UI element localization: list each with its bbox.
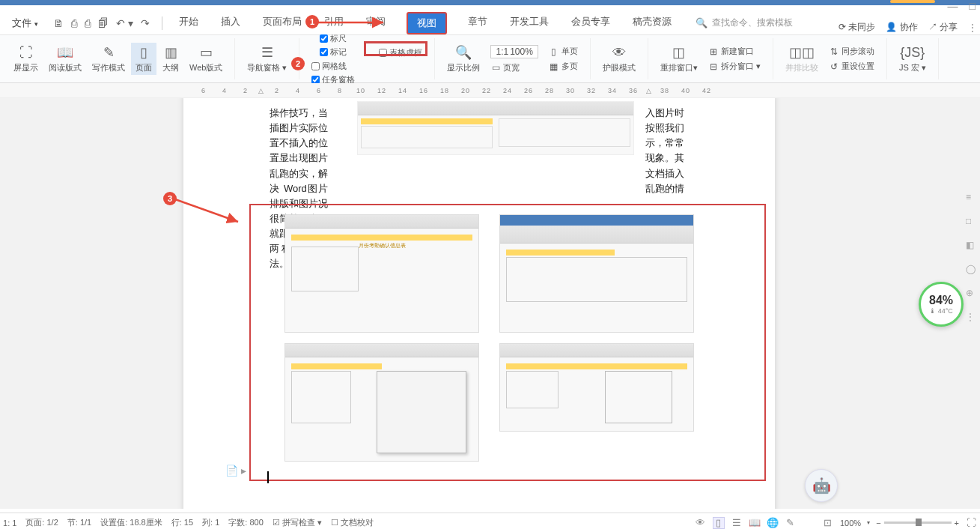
- status-section: 节: 1/1: [67, 517, 91, 528]
- undo-icon[interactable]: ↶ ▾: [116, 17, 133, 29]
- divider: [162, 16, 162, 30]
- zoom-group: 🔍显示比例 1:1 100% ▭页宽 ▯单页 ▦多页: [435, 38, 590, 79]
- mark-checkbox[interactable]: 标记: [320, 46, 347, 58]
- new-window-btn[interactable]: ⊞新建窗口: [708, 45, 761, 58]
- status-col: 列: 1: [202, 517, 219, 528]
- fullscreen-btn[interactable]: ⛶屏显示: [9, 43, 43, 75]
- file-menu[interactable]: 文件 ▾: [4, 13, 46, 33]
- callout-2: 2: [291, 57, 305, 70]
- edit-icon[interactable]: ✎: [785, 517, 797, 529]
- embedded-image-3[interactable]: [284, 343, 479, 462]
- tab-layout[interactable]: 页面布局: [261, 12, 303, 34]
- save-as-icon[interactable]: ⎙: [71, 17, 77, 29]
- tab-start[interactable]: 开始: [177, 12, 200, 34]
- text-cursor: [267, 471, 269, 483]
- arrange-window-btn[interactable]: ◫重排窗口▾: [656, 43, 702, 75]
- macro-group: {JS}JS 宏 ▾: [887, 38, 939, 79]
- embedded-image-1[interactable]: 月份考勤确认信息表: [284, 214, 479, 333]
- document-page[interactable]: 操作技巧，当插图片实际位置不插入的位置显出现图片乱跑的实，解决 Word图片排版…: [183, 98, 775, 509]
- split-window-btn[interactable]: ⊟拆分窗口▾: [708, 60, 761, 73]
- window-group: ◫重排窗口▾ ⊞新建窗口 ⊟拆分窗口▾: [648, 38, 773, 79]
- more-icon[interactable]: ⋮: [968, 22, 977, 33]
- window-controls: — □: [948, 0, 980, 12]
- status-row: 行: 15: [171, 517, 193, 528]
- view-modes-group: ⛶屏显示 📖阅读版式 ✎写作模式 ▯页面 ▥大纲 ▭Web版式: [1, 38, 235, 79]
- table-border-group: 表格虚框: [367, 38, 435, 79]
- performance-gauge[interactable]: 84% 🌡 44°C: [919, 282, 964, 327]
- multi-page-btn[interactable]: ▦多页: [549, 60, 578, 73]
- document-area: 操作技巧，当插图片实际位置不插入的位置显出现图片乱跑的实，解决 Word图片排版…: [0, 98, 980, 509]
- arrow-3: [174, 196, 245, 226]
- ruler-checkbox[interactable]: 标尺: [320, 33, 347, 44]
- outline-btn[interactable]: ▥大纲: [158, 43, 183, 75]
- read-view-icon[interactable]: 📖: [749, 517, 761, 529]
- nav-pane-btn[interactable]: ☰导航窗格 ▾: [243, 43, 291, 75]
- zoom-100-btn[interactable]: 1:1 100%: [490, 44, 538, 59]
- js-macro-btn[interactable]: {JS}JS 宏 ▾: [895, 43, 931, 75]
- search-area[interactable]: 🔍 查找命令、搜索模板: [696, 16, 793, 29]
- side-icon-1[interactable]: ≡: [966, 192, 976, 202]
- minimize-icon[interactable]: —: [948, 0, 958, 12]
- compare-btn: ◫◫并排比较: [781, 43, 823, 75]
- maximize-icon[interactable]: □: [970, 0, 976, 12]
- side-icon-3[interactable]: ◧: [966, 240, 976, 250]
- side-icon-2[interactable]: □: [966, 216, 976, 226]
- collab-btn[interactable]: 👤 协作: [886, 21, 917, 34]
- status-page[interactable]: 页面: 1/2: [25, 517, 58, 528]
- sync-scroll-btn: ⇅同步滚动: [829, 45, 874, 58]
- share-btn[interactable]: ↗ 分享: [928, 21, 958, 34]
- page-layout-icon[interactable]: ▯: [713, 517, 725, 529]
- spell-check-btn[interactable]: ☑ 拼写检查 ▾: [273, 517, 322, 528]
- outline-view-icon[interactable]: ☰: [731, 517, 743, 529]
- status-bar: 1: 1 页面: 1/2 节: 1/1 设置值: 18.8厘米 行: 15 列:…: [0, 513, 980, 532]
- nav-pane-group: ☰导航窗格 ▾: [235, 38, 299, 79]
- zoom-in-icon[interactable]: +: [955, 519, 959, 528]
- side-icon-6[interactable]: ⋮: [966, 312, 976, 322]
- page-width-btn[interactable]: ▭页宽: [490, 61, 538, 74]
- zoom-percent[interactable]: 100%: [840, 519, 861, 528]
- save-icon[interactable]: 🗎: [53, 17, 64, 29]
- page-mode-btn[interactable]: ▯页面: [131, 43, 156, 75]
- eye-protect-btn[interactable]: 👁护眼模式: [598, 43, 640, 75]
- side-icon-4[interactable]: ◯: [966, 264, 976, 274]
- redo-icon[interactable]: ↷: [141, 17, 150, 29]
- tab-resource[interactable]: 稿壳资源: [631, 12, 673, 34]
- preview-icon[interactable]: 🗐: [98, 17, 109, 29]
- tab-insert[interactable]: 插入: [219, 12, 242, 34]
- gridlines-checkbox[interactable]: 网格线: [311, 61, 355, 72]
- horizontal-ruler: 642△24681012141618202224262830323436△384…: [0, 83, 980, 98]
- tab-member[interactable]: 会员专享: [570, 12, 612, 34]
- reset-pos-btn: ↺重设位置: [829, 60, 874, 73]
- tab-section[interactable]: 章节: [466, 12, 489, 34]
- fit-icon[interactable]: ⊡: [822, 517, 834, 529]
- menu-bar: 文件 ▾ 🗎 ⎙ ⎙ 🗐 ↶ ▾ ↷ 开始 插入 页面布局 引用 审阅 视图 章…: [0, 11, 980, 35]
- ribbon: ⛶屏显示 📖阅读版式 ✎写作模式 ▯页面 ▥大纲 ▭Web版式 ☰导航窗格 ▾ …: [0, 35, 980, 83]
- assistant-robot-icon[interactable]: 🤖: [805, 469, 838, 502]
- zoom-out-icon[interactable]: −: [876, 519, 880, 528]
- write-mode-btn[interactable]: ✎写作模式: [88, 43, 130, 75]
- embedded-image-2[interactable]: [499, 214, 694, 333]
- zoom-slider[interactable]: − +: [876, 519, 959, 528]
- web-mode-btn[interactable]: ▭Web版式: [185, 43, 227, 75]
- embedded-image-4[interactable]: [499, 343, 694, 432]
- unsync-btn[interactable]: ⟳ 未同步: [839, 21, 875, 34]
- print-icon[interactable]: ⎙: [85, 17, 91, 29]
- tab-view[interactable]: 视图: [407, 12, 447, 34]
- status-wordcount[interactable]: 字数: 800: [228, 517, 263, 528]
- read-mode-btn[interactable]: 📖阅读版式: [44, 43, 86, 75]
- expand-icon[interactable]: ⛶: [965, 517, 977, 529]
- web-view-icon[interactable]: 🌐: [767, 517, 779, 529]
- callout-3: 3: [163, 192, 177, 205]
- eye-icon[interactable]: 👁: [695, 517, 707, 529]
- doc-check-btn[interactable]: ☐ 文档校对: [331, 517, 374, 528]
- single-page-btn[interactable]: ▯单页: [549, 45, 578, 58]
- tab-devtools[interactable]: 开发工具: [508, 12, 550, 34]
- body-text-right: 入图片时按照我们示，常常现象。其文档插入乱跑的情: [645, 106, 690, 196]
- table-border-checkbox[interactable]: 表格虚框: [379, 47, 422, 58]
- show-scale-btn[interactable]: 🔍显示比例: [442, 43, 484, 75]
- side-icon-5[interactable]: ⊕: [966, 288, 976, 298]
- side-toolbar: ≡ □ ◧ ◯ ⊕ ⋮: [964, 192, 979, 322]
- embedded-image-top[interactable]: [357, 101, 634, 155]
- status-row1: 1: 1: [3, 519, 16, 528]
- show-group: 标尺 标记 网格线 任务窗格: [299, 38, 367, 79]
